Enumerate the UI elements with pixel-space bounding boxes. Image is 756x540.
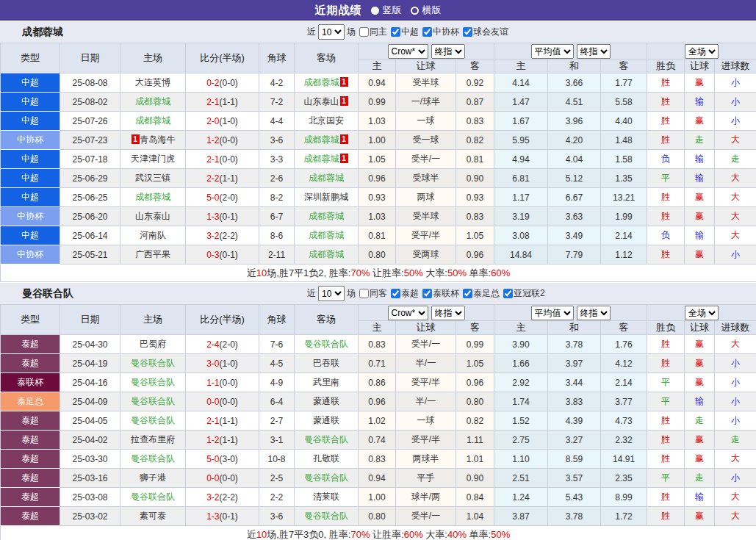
filter-checkbox-同客[interactable]: 同客 [359,287,387,300]
home-team-cell: 曼谷联合队 [120,392,186,411]
odds-handicap: 两球 [396,188,456,207]
odds-select-平均值[interactable]: 平均值 [531,306,574,320]
checkbox-input[interactable] [463,289,472,298]
match-date: 25-04-09 [60,392,120,411]
avg-away: 1.99 [601,207,647,226]
odds-away: 0.83 [456,112,494,131]
away-team-cell: 成都蓉城 [295,226,359,245]
stat-label: 近 [247,267,256,278]
games-count-select[interactable]: 10 [318,286,345,301]
result-goals: 大 [715,488,756,507]
column-header-类型: 类型 [1,305,60,335]
match-date: 25-03-08 [60,488,120,507]
filter-checkbox-泰超[interactable]: 泰超 [391,287,419,300]
odds-select-终指[interactable]: 终指 [431,44,465,59]
away-team-cell: 成都蓉城1 [295,131,359,150]
filter-checkbox-亚冠联2[interactable]: 亚冠联2 [503,287,545,300]
layout-radio-horizontal[interactable]: 横版 [411,4,442,17]
checkbox-input[interactable] [359,289,369,298]
checkbox-input[interactable] [422,27,432,37]
match-row: 中超25-06-14河南队3-2(2-2)8-6成都蓉城0.81受平/半1.05… [1,226,756,245]
filter-checkbox-同主[interactable]: 同主 [359,26,387,38]
odds-handicap: 受一球 [396,131,456,150]
away-team-name: 深圳新鹏城 [304,192,348,202]
score-cell: 2-4(2-0) [186,335,259,354]
odds-handicap: 受半球 [396,73,456,93]
odds-select-终指[interactable]: 终指 [431,306,465,320]
odds-select-全场[interactable]: 全场 [685,44,719,59]
filter-checkbox-泰联杯[interactable]: 泰联杯 [422,287,459,300]
avg-away: 1.72 [601,507,647,526]
match-date: 25-08-08 [60,73,120,93]
filter-checkbox-中超[interactable]: 中超 [391,26,419,38]
avg-home: 4.14 [494,73,548,93]
match-date: 25-04-05 [60,411,120,431]
match-row: 中协杯25-07-231青岛海牛1-2(0-0)3-6成都蓉城11.00受一球0… [1,131,756,150]
match-row: 泰超25-03-02素可泰1-3(0-1)3-6曼谷联合队0.80受半/一1.0… [1,507,756,526]
filter-controls: 近10场同主中超中协杯球会友谊 [307,21,508,43]
column-header-客场: 客场 [295,43,359,73]
filter-checkbox-中协杯[interactable]: 中协杯 [422,26,459,38]
summary-row: 近10场,胜7平1负2, 胜率:70% 让胜率:50% 大率:50% 单率:60… [1,264,756,282]
result-goals: 大 [715,131,756,150]
odds-away: 0.99 [456,335,494,354]
result-goals: 大 [715,169,756,188]
home-team-cell: 成都蓉城 [120,93,186,112]
avg-home: 2.92 [494,373,548,392]
fulltime-score: 1-2 [206,135,219,145]
away-team-name: 成都蓉城1 [304,134,349,145]
score-cell: 0-3(0-1) [186,245,259,264]
checkbox-input[interactable] [503,289,513,298]
result-winloss: 胜 [647,112,685,131]
match-date: 25-04-19 [60,354,120,373]
away-team-name: 曼谷联合队 [304,434,348,444]
corner-count: 2-5 [259,469,295,488]
home-team-cell: 成都蓉城 [120,112,186,131]
home-team-cell: 拉查布里府 [120,431,186,450]
avg-home: 1.66 [494,354,548,373]
corner-count: 2-2 [259,488,295,507]
filter-checkbox-球会友谊[interactable]: 球会友谊 [463,26,508,38]
odds-away: 1.11 [456,431,494,450]
league-type-cell: 泰超 [1,431,60,450]
layout-radio-vertical[interactable]: 竖版 [371,4,402,17]
odds-away: 0.96 [456,373,494,392]
checkbox-input[interactable] [422,289,432,298]
away-team-name: 成都蓉城1 [304,154,349,164]
odds-select-终指[interactable]: 终指 [577,44,611,59]
home-team-cell: 曼谷联合队 [120,373,186,392]
result-winloss: 胜 [647,488,685,507]
odds-select-Crow*[interactable]: Crow* [388,44,428,59]
checkbox-input[interactable] [391,27,400,37]
radio-vertical-label: 竖版 [383,4,402,17]
home-team-name: 成都蓉城 [135,192,170,202]
odds-select-平均值[interactable]: 平均值 [531,44,574,59]
away-team-name: 北京国安 [309,115,344,126]
odds-handicap: 一球 [396,411,456,431]
games-count-select[interactable]: 10 [318,24,345,40]
checkbox-input[interactable] [359,27,369,37]
checkbox-label: 泰超 [401,287,419,300]
corner-count: 4-4 [259,112,295,131]
odds-select-Crow*[interactable]: Crow* [388,306,428,320]
match-date: 25-07-26 [60,112,120,131]
avg-away: 4.12 [601,354,647,373]
odds-handicap: 受半球 [396,207,456,226]
odds-handicap: 受半/一 [396,150,456,169]
result-handicap: 赢 [685,431,715,450]
home-team-name: 曼谷联合队 [131,453,175,464]
halftime-score: (1-0) [220,359,238,369]
avg-home: 1.24 [494,488,548,507]
halftime-score: (2-2) [220,492,238,503]
odds-select-终指[interactable]: 终指 [577,306,611,320]
home-team-name: 曼谷联合队 [131,358,175,368]
filter-checkbox-泰足总[interactable]: 泰足总 [463,287,500,300]
checkbox-input[interactable] [391,289,400,298]
odds-group-2: 全场 [647,43,756,60]
checkbox-input[interactable] [463,27,472,37]
odds-handicap: 受半/一 [396,335,456,354]
league-type-cell: 中超 [1,93,60,112]
avg-draw: 4.39 [548,411,601,431]
home-team-name: 广西平果 [135,249,170,259]
odds-select-全场[interactable]: 全场 [685,306,719,320]
